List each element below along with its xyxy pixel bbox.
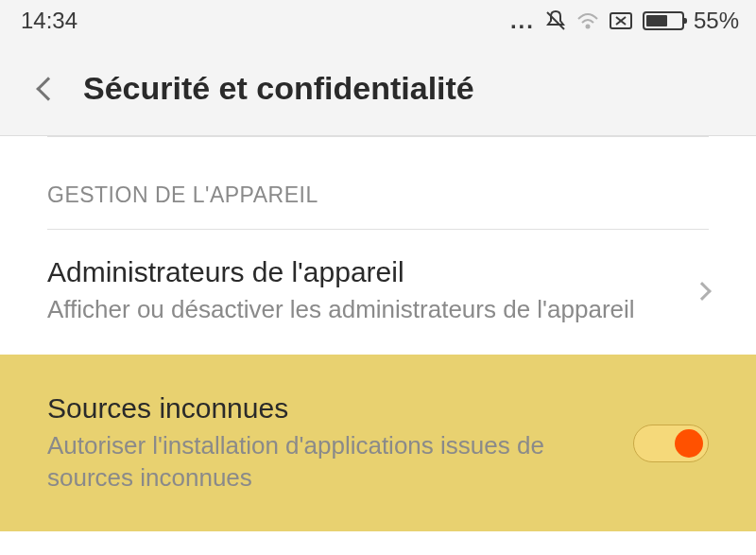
page-title: Sécurité et confidentialité	[83, 70, 474, 107]
item-text: Administrateurs de l'appareil Afficher o…	[47, 256, 677, 326]
status-icons: ... 55%	[510, 8, 739, 34]
item-text: Sources inconnues Autoriser l'installati…	[47, 392, 614, 494]
back-icon[interactable]	[36, 77, 60, 100]
status-time: 14:34	[21, 8, 77, 34]
chevron-right-icon	[693, 282, 712, 301]
no-sim-icon	[609, 11, 633, 30]
item-title: Administrateurs de l'appareil	[47, 256, 677, 288]
item-title: Sources inconnues	[47, 392, 614, 425]
toggle-knob	[675, 429, 703, 458]
wifi-icon	[576, 11, 599, 30]
toggle-unknown-sources[interactable]	[633, 425, 709, 462]
battery-icon	[643, 11, 684, 30]
status-bar: 14:34 ... 55%	[0, 0, 756, 42]
more-dots-icon: ...	[510, 8, 535, 34]
mute-icon	[544, 9, 567, 32]
list-item-device-administrators[interactable]: Administrateurs de l'appareil Afficher o…	[0, 230, 756, 355]
section-header-device-management: GESTION DE L'APPAREIL	[0, 137, 756, 229]
list-item-unknown-sources[interactable]: Sources inconnues Autoriser l'installati…	[0, 355, 756, 532]
battery-percent: 55%	[694, 8, 739, 34]
item-subtitle: Afficher ou désactiver les administrateu…	[47, 294, 677, 326]
page-header: Sécurité et confidentialité	[0, 42, 756, 136]
content-area: GESTION DE L'APPAREIL Administrateurs de…	[0, 136, 756, 531]
item-subtitle: Autoriser l'installation d'applications …	[47, 430, 614, 494]
svg-line-0	[547, 12, 564, 29]
svg-point-1	[586, 26, 589, 28]
